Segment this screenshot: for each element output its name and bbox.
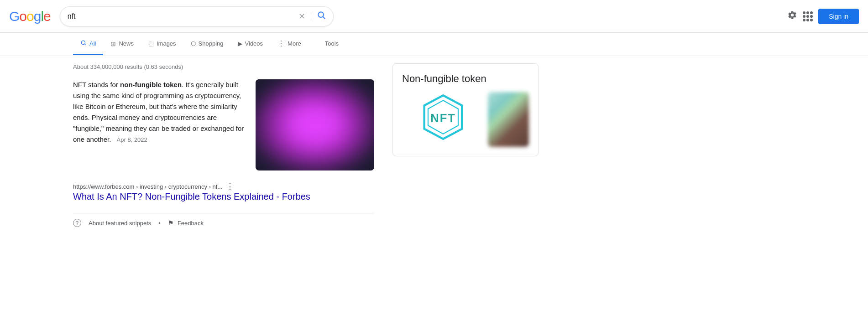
- featured-snippet: NFT stands for non-fungible token. It's …: [73, 79, 374, 170]
- search-box-icons: ✕: [298, 10, 326, 22]
- images-tab-icon: ⬚: [148, 40, 154, 47]
- feedback-container: ⚑ Feedback: [168, 219, 204, 227]
- clear-icon[interactable]: ✕: [298, 11, 305, 21]
- tab-news[interactable]: ⊞ News: [103, 34, 141, 55]
- snippet-text-before: NFT stands for: [73, 81, 120, 88]
- knowledge-panel-images: NFT: [402, 92, 529, 147]
- about-snippets-text: About featured snippets: [89, 220, 151, 227]
- header: Google nft ✕: [0, 0, 868, 33]
- search-input[interactable]: nft: [68, 12, 294, 21]
- snippet-date: Apr 8, 2022: [117, 136, 147, 143]
- knowledge-image-blurred[interactable]: [488, 92, 529, 147]
- shopping-tab-icon: ⬡: [191, 40, 196, 47]
- snippet-bold-text: non-fungible token: [120, 81, 182, 88]
- snippet-image-blur-effect: [256, 79, 374, 170]
- svg-line-1: [323, 17, 325, 19]
- tab-videos-label: Videos: [245, 40, 263, 47]
- apps-icon[interactable]: [803, 11, 813, 21]
- search-box: nft ✕: [60, 6, 334, 26]
- feedback-text[interactable]: Feedback: [178, 220, 204, 227]
- more-tab-icon: ⋮: [277, 39, 285, 48]
- tab-shopping-label: Shopping: [199, 40, 224, 47]
- help-circle-icon[interactable]: ?: [73, 219, 81, 227]
- source-url-text: https://www.forbes.com › investing › cry…: [73, 183, 222, 190]
- search-divider: [311, 12, 311, 21]
- tab-more-label: More: [288, 40, 301, 47]
- videos-tab-icon: ▶: [238, 41, 242, 47]
- knowledge-panel-title: Non-fungible token: [402, 73, 529, 85]
- source-link: https://www.forbes.com › investing › cry…: [73, 181, 374, 202]
- search-box-container: nft ✕: [60, 6, 334, 26]
- tab-more[interactable]: ⋮ More: [270, 33, 309, 56]
- right-panel: Non-fungible token NFT: [392, 63, 539, 232]
- google-logo: Google: [9, 9, 51, 24]
- tab-tools[interactable]: Tools: [318, 34, 346, 55]
- search-icon[interactable]: [317, 10, 326, 22]
- tab-all[interactable]: All: [73, 33, 103, 55]
- main-content: About 334,000,000 results (0.63 seconds)…: [0, 63, 868, 232]
- knowledge-panel: Non-fungible token NFT: [392, 63, 539, 156]
- tab-all-label: All: [89, 40, 96, 47]
- results-count: About 334,000,000 results (0.63 seconds): [73, 63, 374, 70]
- nav-tabs: All ⊞ News ⬚ Images ⬡ Shopping ▶ Videos …: [0, 33, 868, 56]
- header-actions: Sign in: [787, 9, 859, 24]
- tab-shopping[interactable]: ⬡ Shopping: [183, 34, 231, 55]
- about-snippets-bar: ? About featured snippets • ⚑ Feedback: [73, 213, 374, 232]
- tab-news-label: News: [119, 40, 134, 47]
- tab-images[interactable]: ⬚ Images: [141, 34, 183, 55]
- tab-tools-label: Tools: [325, 40, 339, 47]
- tab-images-label: Images: [157, 40, 176, 47]
- news-tab-icon: ⊞: [110, 40, 116, 47]
- feedback-icon: ⚑: [168, 219, 174, 227]
- result-link[interactable]: What Is An NFT? Non-Fungible Tokens Expl…: [73, 191, 310, 202]
- settings-icon[interactable]: [787, 10, 797, 22]
- source-url: https://www.forbes.com › investing › cry…: [73, 181, 374, 191]
- all-tab-icon: [80, 40, 87, 47]
- sign-in-button[interactable]: Sign in: [818, 9, 859, 24]
- snippet-text: NFT stands for non-fungible token. It's …: [73, 79, 246, 170]
- knowledge-image-nft-logo[interactable]: NFT: [402, 92, 484, 142]
- dot-separator: •: [158, 220, 161, 227]
- left-panel: About 334,000,000 results (0.63 seconds)…: [73, 63, 374, 232]
- source-options-icon[interactable]: ⋮: [226, 181, 234, 191]
- snippet-image: [256, 79, 374, 170]
- snippet-text-after: . It's generally built using the same ki…: [73, 81, 244, 143]
- svg-text:NFT: NFT: [430, 112, 455, 124]
- svg-line-3: [84, 44, 86, 45]
- tab-videos[interactable]: ▶ Videos: [231, 34, 271, 55]
